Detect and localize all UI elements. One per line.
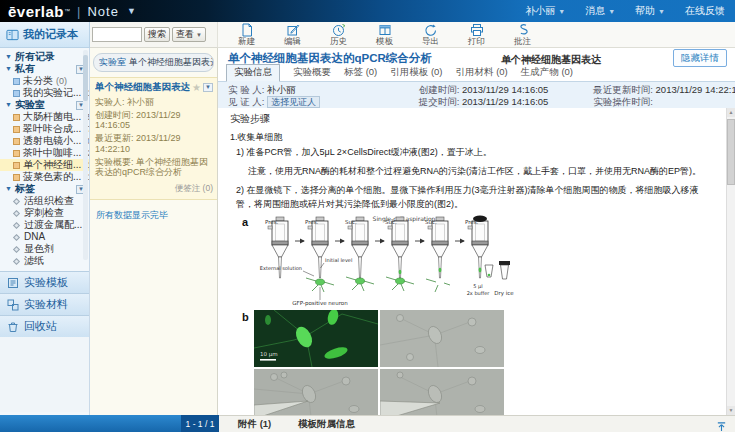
gfp-neuron-label: GFP-positive neuron: [292, 300, 348, 307]
star-icon[interactable]: ★: [192, 82, 201, 93]
user-menu[interactable]: 补小丽▼: [525, 4, 565, 18]
sidebar-item-lab-4-selected[interactable]: 单个神经细...(1): [0, 159, 89, 171]
main-toolbar: 新建 编辑 历史 模板 导出 打印 批注: [218, 22, 735, 48]
search-input[interactable]: [92, 27, 142, 42]
tube-cap: [499, 261, 510, 265]
my-notebooks-label: 我的记录本: [23, 27, 78, 42]
search-button[interactable]: 搜索: [144, 27, 170, 42]
sidebar-tag-0[interactable]: 活组织检查: [0, 195, 89, 207]
sidebar-item-all-records[interactable]: ▼所有记录: [0, 51, 89, 63]
sidebar-nav-templates[interactable]: 实验模板: [0, 271, 89, 293]
attachments-tab[interactable]: 附件 (1): [238, 416, 271, 432]
select-witness-button[interactable]: 选择见证人: [267, 96, 320, 108]
card-updated: 最近更新: 2013/11/29 14:22:10: [95, 133, 213, 154]
tag-icon: [13, 233, 20, 240]
sidebar-item-lab-3[interactable]: 茶叶中咖啡...(2): [0, 147, 89, 159]
sidebar-tag-5[interactable]: 滤纸: [0, 255, 89, 267]
pipette-label: Pres.: [305, 219, 319, 225]
annotate-button[interactable]: 批注: [506, 22, 539, 47]
sidebar-item-lab-0[interactable]: 大肠杆菌电...(5): [0, 111, 89, 123]
sidebar-item-my-records[interactable]: 我的实验记...(1): [0, 87, 89, 99]
step-2: 2) 在显微镜下，选择分离的单个细胞。显微下操作利用压力(3毫升注射器)清除单个…: [236, 183, 713, 211]
export-button[interactable]: 导出: [414, 22, 447, 47]
scale-bar-label: 10 μm: [260, 351, 278, 358]
sidebar-item-uncategorized[interactable]: 未分类(0): [0, 75, 89, 87]
sidebar-section-tags[interactable]: ▼标签▼: [0, 183, 89, 195]
messages-menu[interactable]: 消息▼: [585, 4, 615, 18]
sidebar-item-lab-1[interactable]: 翠叶咔合成...(7): [0, 123, 89, 135]
sidebar-nav-recycle[interactable]: 回收站: [0, 315, 89, 337]
sidebar-item-lab-5[interactable]: 菠菜色素的...(1): [0, 171, 89, 183]
pagination[interactable]: 1 - 1 / 1: [181, 415, 219, 432]
annotate-s-icon: [516, 23, 530, 37]
template-button[interactable]: 模板: [368, 22, 401, 47]
tab-cited-templates[interactable]: 引用模板 (0): [390, 65, 442, 81]
pipette-cap: [473, 216, 487, 222]
printer-icon: [470, 23, 484, 37]
figure-b-label: b: [242, 310, 254, 415]
notebook-square-icon: [13, 162, 20, 169]
tab-experiment-info[interactable]: 实验信息: [226, 64, 280, 82]
tab-experiment-summary[interactable]: 实验概要: [293, 65, 331, 81]
back-to-top-button[interactable]: [716, 418, 727, 432]
hide-details-button[interactable]: 隐藏详情: [673, 49, 727, 67]
tab-cited-materials[interactable]: 引用材料 (0): [456, 65, 508, 81]
edit-button[interactable]: 编辑: [276, 22, 309, 47]
templates-list-icon: [7, 277, 19, 289]
buffer-label: 5 μl: [473, 283, 482, 290]
materials-boxes-icon: [7, 299, 19, 311]
dry-ice-label: Dry ice: [494, 290, 514, 297]
sidebar-nav-materials[interactable]: 实验材料: [0, 293, 89, 315]
chevron-down-icon: ▼: [658, 8, 665, 15]
tab-tags[interactable]: 标签 (0): [344, 65, 377, 81]
top-menus: 补小丽▼ 消息▼ 帮助▼ 在线反馈: [525, 0, 725, 22]
pipette-label: Suc.: [385, 219, 397, 225]
my-notebooks-header[interactable]: 我的记录本: [0, 22, 90, 48]
sidebar-filler: [0, 337, 89, 412]
sticky-notes-badge[interactable]: 便签注 (0): [95, 183, 213, 195]
card-menu-icon[interactable]: ▼: [203, 83, 213, 92]
scroll-down-icon[interactable]: ▼: [727, 406, 735, 415]
submitted-value: 2013/11/29 14:16:05: [462, 96, 548, 107]
scrollbar-thumb[interactable]: [727, 119, 735, 185]
micrograph-grid: 10 μm: [254, 310, 504, 415]
detail-tabs: 实验信息 实验概要 标签 (0) 引用模板 (0) 引用材料 (0) 生成产物 …: [218, 66, 735, 82]
micrograph-dic-pipette-2: [380, 369, 504, 415]
dry-ice-tube: [501, 265, 509, 279]
new-button[interactable]: 新建: [230, 22, 263, 47]
experiment-card-title[interactable]: 单个神经细胞基因表达...: [95, 81, 190, 94]
template-info-tab[interactable]: 模板附属信息: [298, 416, 355, 432]
scrollbar-thumb[interactable]: [83, 55, 88, 101]
content-scrollbar[interactable]: ▲ ▼: [726, 108, 735, 415]
scroll-up-icon[interactable]: ▲: [727, 108, 735, 117]
help-menu[interactable]: 帮助▼: [635, 4, 665, 18]
experiment-card[interactable]: 单个神经细胞基因表达... ★ ▼ 实验人: 补小丽 创建时间: 2013/11…: [90, 77, 217, 200]
tag-icon: [13, 257, 20, 264]
triangle-down-icon: ▼: [5, 99, 12, 111]
main-content: 单个神经细胞基因表达的qPCR综合分析 单个神经细胞基因表达 隐藏详情 实验信息…: [218, 48, 735, 415]
scope-chip[interactable]: 实验室 单个神经细胞基因表达: [93, 53, 214, 72]
view-button[interactable]: 查看▼: [172, 27, 206, 42]
sidebar-section-private[interactable]: ▼私有▼: [0, 63, 89, 75]
sidebar-item-lab-2[interactable]: 透射电镜小...(0): [0, 135, 89, 147]
sidebar-tag-2[interactable]: 过渡金属配...: [0, 219, 89, 231]
print-button[interactable]: 打印: [460, 22, 493, 47]
notebook-square-icon: [13, 90, 20, 97]
trash-icon: [7, 321, 19, 333]
history-button[interactable]: 历史: [322, 22, 355, 47]
notebook-square-icon: [13, 114, 20, 121]
sidebar-scrollbar[interactable]: [83, 50, 88, 260]
pipette-label: Suc.: [345, 219, 357, 225]
sidebar-tag-4[interactable]: 显色剂: [0, 243, 89, 255]
sidebar-tag-3[interactable]: DNA: [0, 231, 89, 243]
micrograph-dic-1: [380, 310, 504, 367]
sidebar-tag-1[interactable]: 穿刺检查: [0, 207, 89, 219]
history-clock-icon: [332, 23, 346, 37]
feedback-link[interactable]: 在线反馈: [685, 4, 725, 18]
tab-products[interactable]: 生成产物 (0): [521, 65, 573, 81]
bottom-bar-strip: [0, 415, 181, 432]
product-chevron-down-icon[interactable]: ▼: [127, 6, 136, 16]
experiment-meta: 实 验 人: 补小丽 创建时间: 2013/11/29 14:16:05 最近更…: [218, 82, 735, 108]
sidebar-section-lab[interactable]: ▼实验室▼: [0, 99, 89, 111]
sidebar: ▼所有记录 ▼私有▼ 未分类(0) 我的实验记...(1) ▼实验室▼ 大肠杆菌…: [0, 48, 90, 415]
